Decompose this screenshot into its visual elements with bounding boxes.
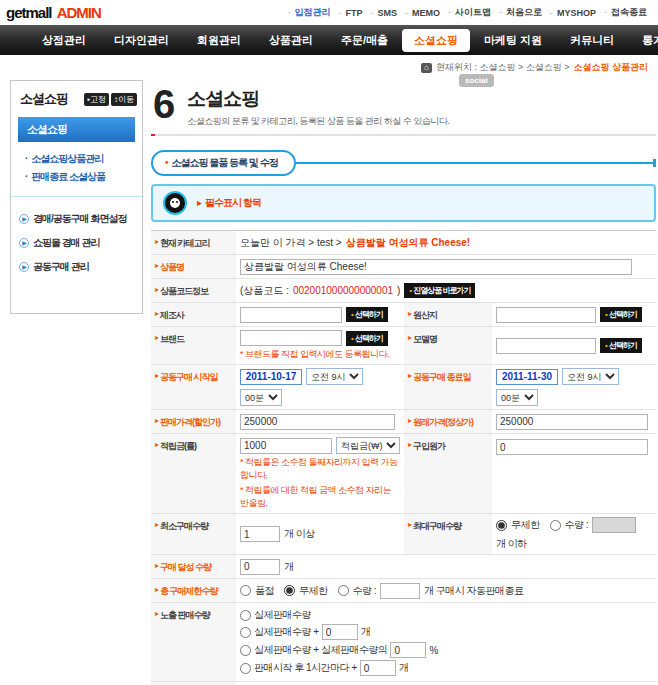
- nav-tab-members[interactable]: 회원관리: [183, 29, 255, 52]
- sale-price-input[interactable]: [240, 414, 395, 430]
- sidebar-item-social-shopping[interactable]: 소셜쇼핑: [18, 117, 135, 142]
- nav-tab-products[interactable]: 상품관리: [255, 29, 327, 52]
- arrow-icon: ▶: [19, 214, 29, 224]
- person-icon: [483, 94, 509, 132]
- label-origin: ▸원산지: [404, 303, 492, 326]
- divider-tick: [151, 134, 155, 136]
- sidebar: 소셜쇼핑 ▪고정 ↕이동 소셜쇼핑 소셜쇼핑상품관리 판매종료 소셜상품 ▶ 경…: [10, 80, 143, 314]
- min-qty-input[interactable]: [240, 526, 280, 542]
- category-current: 상큼발랄 여성의류 Cheese!: [346, 236, 470, 250]
- start-date-input[interactable]: [240, 369, 302, 385]
- model-input[interactable]: [496, 338, 596, 354]
- display-qty-plus-radio[interactable]: [240, 627, 251, 638]
- mileage-unit-select[interactable]: 적립금(₩): [336, 437, 400, 454]
- person-icon: [435, 94, 461, 132]
- robot-icon: [163, 191, 187, 215]
- origin-select-button[interactable]: •선택하기: [600, 307, 642, 322]
- display-qty-actual-radio[interactable]: [240, 610, 251, 621]
- label-product-name: ▸상품명: [151, 255, 236, 278]
- purchase-cost-input[interactable]: [496, 439, 648, 455]
- manufacturer-select-button[interactable]: •선택하기: [346, 307, 388, 322]
- end-date-input[interactable]: [496, 369, 558, 385]
- sidebar-item-groupbuy-manage[interactable]: ▶ 공동구매 관리: [19, 255, 136, 279]
- label-model: ▸모델명: [404, 327, 492, 364]
- page-title: 소셜쇼핑: [187, 86, 449, 112]
- sidebar-title: 소셜쇼핑: [20, 90, 68, 108]
- manufacturer-input[interactable]: [240, 307, 342, 323]
- brand-select-button[interactable]: •선택하기: [346, 331, 388, 346]
- target-qty-input[interactable]: [240, 559, 280, 575]
- total-limit-soldout-radio[interactable]: [240, 585, 251, 596]
- bullet-icon: •: [351, 334, 353, 343]
- logo-sub: ADMIN: [57, 4, 101, 21]
- bullet-icon: •: [605, 341, 607, 350]
- top-link-myshop[interactable]: MYSHOP: [547, 8, 599, 18]
- nav-tab-stats-1[interactable]: 통계분석: [628, 29, 658, 52]
- top-link-logout[interactable]: 접속종료: [601, 6, 650, 19]
- goto-display-product-button[interactable]: •진열상품 바로가기: [404, 283, 475, 298]
- top-link-store-admission[interactable]: 입점관리: [284, 6, 333, 19]
- nav-tab-design[interactable]: 디자인관리: [100, 29, 183, 52]
- label-max-qty: ▸최대구매수량: [404, 514, 492, 554]
- top-link-ftp[interactable]: FTP: [335, 8, 365, 18]
- product-name-input[interactable]: [240, 259, 632, 275]
- display-qty-percent-radio[interactable]: [240, 645, 251, 656]
- model-select-button[interactable]: •선택하기: [600, 338, 642, 353]
- top-link-memo[interactable]: MEMO: [402, 8, 443, 18]
- nav-tab-marketing[interactable]: 마케팅 지원: [470, 29, 556, 52]
- end-minute-select[interactable]: 00분: [496, 389, 538, 406]
- page-description: 소셜쇼핑의 분류 및 카테고리, 등록된 상품 등을 관리 하실 수 있습니다.: [187, 115, 449, 128]
- top-link-sitemap[interactable]: 사이트맵: [445, 6, 494, 19]
- label-total-limit: ▸총 구매제한수량: [151, 579, 236, 602]
- move-badge[interactable]: ↕이동: [111, 93, 137, 106]
- breadcrumb-path: 현재위치 : 소셜쇼핑 > 소셜쇼핑 >: [436, 61, 570, 74]
- logo-main: getmall: [6, 4, 52, 21]
- nav-tab-store[interactable]: 상점관리: [28, 29, 100, 52]
- nav-tab-social-shopping[interactable]: 소셜쇼핑: [402, 29, 470, 52]
- logo[interactable]: getmall ADMIN: [6, 4, 101, 21]
- speech-bubble: social: [459, 74, 494, 87]
- max-qty-unlimited-radio[interactable]: [496, 520, 507, 531]
- sidebar-item-auction-screen-settings[interactable]: ▶ 경매/공동구매 화면설정: [19, 207, 136, 231]
- max-qty-input[interactable]: [592, 517, 636, 533]
- bullet-icon: •: [409, 286, 411, 295]
- top-link-sms[interactable]: SMS: [367, 8, 400, 18]
- sidebar-item-mall-auction-manage[interactable]: ▶ 쇼핑몰 경매 관리: [19, 231, 136, 255]
- origin-input[interactable]: [496, 307, 596, 323]
- label-current-category: ▸현재 카테고리: [151, 231, 236, 254]
- sidebar-item-ended-social-products[interactable]: 판매종료 소셜상품: [25, 168, 132, 186]
- max-qty-limit-radio[interactable]: [550, 520, 561, 531]
- home-icon: ⌂: [421, 63, 432, 73]
- nav-tab-orders[interactable]: 주문/매출: [327, 29, 402, 52]
- display-qty-hourly-input[interactable]: [360, 660, 396, 676]
- total-limit-qty-input[interactable]: [380, 583, 420, 599]
- social-illustration: social: [433, 74, 511, 132]
- main-nav: 상점관리 디자인관리 회원관리 상품관리 주문/매출 소셜쇼핑 마케팅 지원 커…: [0, 25, 658, 55]
- label-display-qty: ▸노출 판매수량: [151, 603, 236, 681]
- start-minute-select[interactable]: 00분: [240, 389, 282, 406]
- label-sale-price: ▸판매가격(할인가): [151, 410, 236, 433]
- total-limit-qty-radio[interactable]: [338, 585, 349, 596]
- display-qty-plus-input[interactable]: [322, 624, 358, 640]
- category-path: 오늘만 이 가격 > test >: [240, 236, 342, 250]
- pin-badge[interactable]: ▪고정: [84, 93, 109, 106]
- label-groupbuy-end: ▸공동구매 종료일: [404, 365, 492, 409]
- label-groupbuy-start: ▸공동구매 시작일: [151, 365, 236, 409]
- label-purchase-cost: ▸구입원가: [404, 434, 492, 513]
- total-limit-unlimited-radio[interactable]: [284, 585, 295, 596]
- brand-input[interactable]: [240, 330, 342, 346]
- original-price-input[interactable]: [496, 414, 648, 430]
- label-min-qty: ▸최소구매수량: [151, 514, 236, 554]
- end-hour-select[interactable]: 오전 9시: [562, 368, 619, 385]
- mileage-note: * 적립률에 대한 적립 금액 소수점 자리는 반올림.: [240, 484, 400, 510]
- mileage-input[interactable]: [240, 438, 332, 454]
- display-qty-percent-input[interactable]: [390, 642, 426, 658]
- top-link-home[interactable]: 처음으로: [496, 6, 545, 19]
- nav-tab-community[interactable]: 커뮤니티: [556, 29, 628, 52]
- start-hour-select[interactable]: 오전 9시: [306, 368, 363, 385]
- display-qty-hourly-radio[interactable]: [240, 663, 251, 674]
- label-original-price: ▸원래가격(정상가): [404, 410, 492, 433]
- code-suffix: ): [397, 285, 400, 296]
- sidebar-item-social-product-manage[interactable]: 소셜쇼핑상품관리: [25, 150, 132, 168]
- label-mileage: ▸적립금(률): [151, 434, 236, 513]
